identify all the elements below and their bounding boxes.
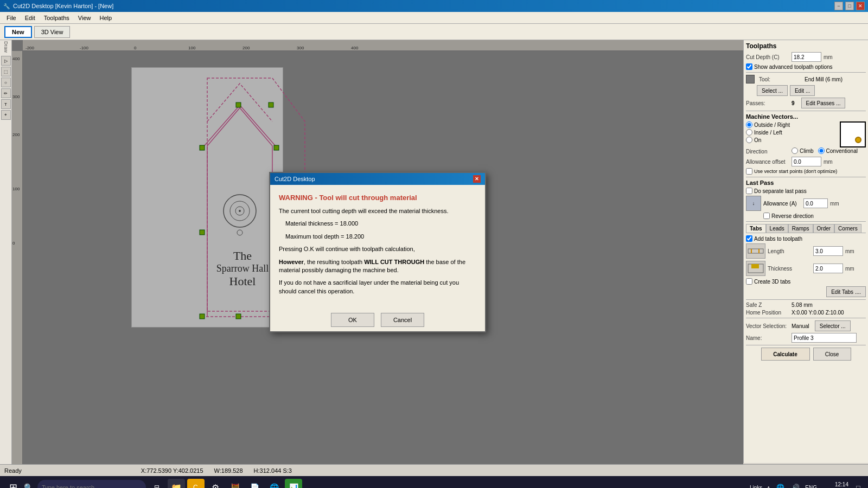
close-button[interactable]: ✕	[856, 2, 865, 10]
edit-tool-button[interactable]: Edit ...	[790, 85, 815, 96]
toolbar: New 3D View	[0, 24, 868, 40]
tab-tabs[interactable]: Tabs	[746, 224, 766, 233]
new-button[interactable]: New	[4, 26, 32, 38]
thickness-input[interactable]	[813, 264, 843, 273]
draw-label: Draw	[3, 41, 9, 53]
tab-ramps[interactable]: Ramps	[788, 224, 813, 233]
show-advanced-checkbox[interactable]	[746, 63, 752, 70]
tab-length-icon	[746, 243, 765, 259]
show-advanced-row: Show advanced toolpath options	[746, 63, 866, 70]
tab-thickness-icon	[746, 261, 765, 276]
reverse-direction-checkbox[interactable]	[763, 213, 770, 219]
climb-row: Climb	[792, 147, 814, 154]
passes-row: Passes: 9 Edit Passes ...	[746, 98, 866, 108]
tab-leads[interactable]: Leads	[766, 224, 788, 233]
left-tool-1[interactable]: ▷	[1, 56, 11, 66]
conventional-radio[interactable]	[818, 147, 825, 154]
coords-display: X:772.5390 Y:402.0215	[141, 467, 203, 474]
dialog-close-button[interactable]: ✕	[473, 175, 481, 183]
taskbar-app-4[interactable]: 🧮	[226, 479, 244, 488]
use-vector-start-checkbox[interactable]	[746, 168, 752, 175]
passes-value: 9	[792, 100, 795, 106]
dialog-cancel-button[interactable]: Cancel	[381, 313, 424, 327]
on-radio[interactable]	[746, 137, 752, 143]
start-button[interactable]: ⊞	[4, 479, 22, 488]
create-3d-tabs-checkbox[interactable]	[746, 278, 752, 285]
restore-button[interactable]: □	[845, 2, 854, 10]
home-position-row: Home Position X:0.00 Y:0.00 Z:10.00	[746, 310, 866, 316]
do-separate-last-pass-checkbox[interactable]	[746, 188, 752, 194]
edit-passes-button[interactable]: Edit Passes ...	[801, 98, 846, 108]
notifications-icon[interactable]: □	[853, 482, 864, 488]
menu-file[interactable]: File	[2, 14, 21, 22]
taskbar-app-1[interactable]: 📁	[168, 479, 185, 488]
window-controls[interactable]: − □ ✕	[834, 2, 865, 10]
dialog-body: WARNING - Tool will cut through material…	[270, 185, 485, 309]
search-icon: 🔍	[24, 483, 33, 488]
menu-help[interactable]: Help	[95, 14, 116, 22]
selector-button[interactable]: Selector ...	[815, 320, 851, 331]
show-advanced-label: Show advanced toolpath options	[754, 64, 833, 70]
close-button[interactable]: Close	[813, 348, 851, 361]
edit-tabs-button[interactable]: Edit Tabs ....	[826, 286, 866, 297]
calculate-button[interactable]: Calculate	[761, 348, 810, 361]
direction-label: Direction	[746, 149, 789, 155]
ready-label: Ready	[4, 467, 22, 474]
dialog-ok-button[interactable]: OK	[331, 313, 374, 327]
minimize-button[interactable]: −	[834, 2, 843, 10]
menu-view[interactable]: View	[74, 14, 95, 22]
system-tray: Links ∧ 🌐 🔊 ENG 12:14 06/06/2021 □	[750, 481, 864, 488]
use-vector-start-row: Use vector start points (don't optimize)	[746, 168, 866, 175]
title-icon: 🔧 Cut2D Desktop [Kevin Harton] - [New]	[3, 3, 113, 9]
safe-z-label: Safe Z	[746, 302, 789, 308]
menu-edit[interactable]: Edit	[21, 14, 40, 22]
select-tool-button[interactable]: Select ...	[757, 85, 788, 96]
taskbar-app-3[interactable]: ⚙	[207, 479, 224, 488]
tool-label: Tool:	[759, 76, 802, 82]
climb-label: Climb	[800, 148, 814, 154]
dialog-text4: If you do not have a sacrificial layer u…	[279, 279, 476, 296]
tool-row: Tool: End Mill (6 mm)	[746, 75, 866, 84]
inside-left-radio[interactable]	[746, 129, 752, 136]
length-input[interactable]	[813, 246, 843, 256]
time-display: 12:14	[821, 481, 848, 487]
left-tool-6[interactable]: ⌖	[1, 110, 11, 120]
menu-toolpaths[interactable]: Toolpaths	[40, 14, 74, 22]
conventional-row: Conventional	[818, 147, 858, 154]
allowance-a-input[interactable]	[803, 198, 828, 208]
extra-display: H:312.044 S:3	[254, 467, 292, 474]
clock: 12:14 06/06/2021	[821, 481, 848, 488]
outside-right-radio[interactable]	[746, 121, 752, 128]
dialog-material-thickness: Material thickness = 18.000	[285, 220, 476, 228]
tab-order[interactable]: Order	[813, 224, 835, 233]
canvas-area[interactable]: -200 -100 0 100 200 300 400 400 300 200 …	[12, 40, 743, 464]
machine-vectors-label: Machine Vectors...	[746, 113, 866, 120]
add-tabs-checkbox[interactable]	[746, 235, 752, 242]
lang-label: ENG	[805, 485, 817, 489]
climb-radio[interactable]	[792, 147, 798, 154]
tab-corners[interactable]: Corners	[834, 224, 861, 233]
cut-depth-unit: mm	[824, 54, 833, 60]
dialog-warning-title: WARNING - Tool will cut through material	[279, 194, 476, 202]
taskbar-app-7[interactable]: 📊	[285, 479, 302, 488]
taskbar-app-6[interactable]: 🌐	[265, 479, 283, 488]
left-toolbar: Draw ▷ ⬚ ○ ✏ T ⌖	[0, 40, 12, 464]
right-panel: Toolpaths Cut Depth (C) mm Show advanced…	[743, 40, 868, 463]
left-tool-3[interactable]: ○	[1, 78, 11, 87]
left-tool-4[interactable]: ✏	[1, 88, 11, 98]
allowance-offset-input[interactable]	[792, 157, 821, 166]
taskbar-app-5[interactable]: 📄	[246, 479, 263, 488]
volume-icon[interactable]: 🔊	[790, 482, 801, 488]
task-view-button[interactable]: ⊟	[148, 479, 165, 488]
tool-icon	[746, 75, 755, 84]
left-tool-5[interactable]: T	[1, 99, 11, 109]
allowance-offset-row: Allowance offset mm	[746, 157, 866, 166]
name-input[interactable]	[792, 333, 857, 343]
allowance-a-label: Allowance (A)	[763, 201, 801, 207]
network-icon[interactable]: 🌐	[775, 482, 786, 488]
left-tool-2[interactable]: ⬚	[1, 67, 11, 76]
cut-depth-input[interactable]	[792, 52, 821, 62]
view3d-button[interactable]: 3D View	[34, 26, 71, 38]
taskbar-app-2[interactable]: C	[187, 479, 205, 488]
search-input[interactable]	[37, 480, 146, 488]
